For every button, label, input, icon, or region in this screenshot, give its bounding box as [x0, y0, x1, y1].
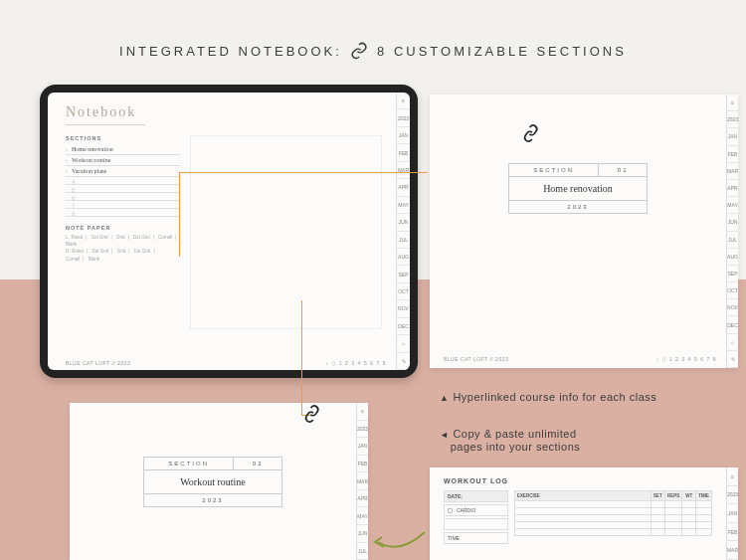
- tab[interactable]: ≡: [397, 93, 410, 109]
- tab[interactable]: SEP: [397, 266, 410, 282]
- user-icon[interactable]: ♀: [655, 356, 659, 362]
- pager-num[interactable]: 4: [688, 356, 691, 362]
- section-year: 2023: [144, 494, 281, 506]
- tab[interactable]: MAY: [357, 507, 368, 525]
- tab[interactable]: NOV: [727, 299, 738, 316]
- pager-num[interactable]: 4: [358, 360, 361, 366]
- table-row[interactable]: [515, 508, 712, 515]
- tab[interactable]: ✎: [727, 351, 738, 368]
- bookmark-icon[interactable]: ▯: [662, 356, 666, 362]
- tab[interactable]: JAN: [727, 504, 738, 523]
- tab[interactable]: JAN: [357, 438, 368, 456]
- section-empty[interactable]: 8: [66, 209, 180, 217]
- notebook-heading: Notebook: [66, 104, 382, 120]
- tab[interactable]: SEP: [727, 266, 738, 282]
- section-item[interactable]: Vacation plans: [66, 166, 180, 177]
- tab[interactable]: ⌂: [397, 335, 410, 352]
- table-row[interactable]: [515, 515, 712, 522]
- link-icon: [520, 123, 542, 148]
- pager-num[interactable]: 7: [376, 360, 379, 366]
- tab[interactable]: MAR: [357, 472, 368, 490]
- section-pager: ♀ ▯ 1 2 3 4 5 6 7 8: [655, 356, 716, 362]
- tab[interactable]: ⌂: [727, 334, 738, 351]
- workout-title: WORKOUT LOG: [444, 477, 712, 484]
- section-empty[interactable]: 6: [66, 193, 180, 201]
- section-empty[interactable]: 5: [66, 185, 180, 193]
- pager-num[interactable]: 1: [669, 356, 672, 362]
- tab[interactable]: ≡: [727, 467, 738, 486]
- tab[interactable]: JUN: [727, 214, 738, 231]
- tab[interactable]: 2023: [357, 421, 368, 439]
- tab[interactable]: JUL: [397, 232, 410, 249]
- pager-num[interactable]: 3: [681, 356, 684, 362]
- dot-grid-area[interactable]: [190, 135, 382, 329]
- section-page-1: SECTION 01 Home renovation 2023 BLUE CAT…: [430, 94, 738, 368]
- month-tabs: ≡ 2023 JAN FEB MAR APR MAY JUN JUL: [356, 403, 368, 560]
- col-exercise: EXERCISE: [515, 491, 652, 501]
- cardio-field[interactable]: CARDIO: [444, 504, 508, 516]
- tab[interactable]: JUL: [357, 543, 368, 561]
- table-row[interactable]: [515, 501, 712, 508]
- tab[interactable]: JUN: [397, 214, 410, 231]
- pager-num[interactable]: 6: [370, 360, 373, 366]
- tab[interactable]: APR: [727, 180, 738, 197]
- tab[interactable]: MAR: [727, 541, 738, 560]
- tab[interactable]: MAR: [397, 162, 410, 179]
- tab[interactable]: DEC: [727, 316, 738, 333]
- tab[interactable]: MAY: [727, 197, 738, 214]
- tab[interactable]: FEB: [727, 523, 738, 542]
- tab[interactable]: 2023: [727, 111, 738, 128]
- connector-line: [301, 300, 302, 415]
- table-row[interactable]: [515, 522, 712, 529]
- pager-num[interactable]: 8: [713, 356, 716, 362]
- tab[interactable]: MAY: [397, 197, 410, 214]
- tab[interactable]: DEC: [397, 318, 410, 335]
- tab[interactable]: JAN: [727, 128, 738, 145]
- time-field[interactable]: TIME: [444, 532, 508, 544]
- tab[interactable]: JUL: [727, 232, 738, 249]
- curved-arrow-icon: [370, 527, 430, 560]
- cardio-blank[interactable]: [444, 518, 508, 530]
- bookmark-icon[interactable]: ▯: [332, 360, 336, 366]
- tab[interactable]: FEB: [397, 144, 410, 161]
- pager-num[interactable]: 8: [383, 360, 386, 366]
- section-title-box: SECTION 02 Workout routine 2023: [143, 457, 282, 507]
- tab[interactable]: 2023: [727, 486, 738, 505]
- tab[interactable]: JUN: [357, 525, 368, 543]
- pager-num[interactable]: 3: [351, 360, 354, 366]
- section-number: 02: [234, 458, 281, 469]
- section-label: SECTION: [509, 164, 599, 176]
- user-icon[interactable]: ♀: [325, 360, 329, 366]
- section-item[interactable]: Home renovation: [66, 144, 180, 155]
- tab[interactable]: ≡: [357, 403, 368, 421]
- tab[interactable]: FEB: [357, 456, 368, 473]
- tab[interactable]: FEB: [727, 146, 738, 163]
- pager-num[interactable]: 5: [694, 356, 697, 362]
- tab[interactable]: MAR: [727, 163, 738, 180]
- pager-num[interactable]: 5: [364, 360, 367, 366]
- tab[interactable]: OCT: [727, 282, 738, 299]
- section-empty[interactable]: 7: [66, 201, 180, 209]
- month-tabs: ≡ 2023 JAN FEB MAR APR MAY JUN JUL AUG S…: [726, 94, 738, 368]
- tab[interactable]: JAN: [397, 127, 410, 144]
- tab[interactable]: OCT: [397, 283, 410, 300]
- tab[interactable]: 2023: [397, 109, 410, 126]
- tab[interactable]: ≡: [727, 94, 738, 111]
- pager-num[interactable]: 6: [700, 356, 703, 362]
- tab[interactable]: ✎: [397, 353, 410, 370]
- col-reps: REPS: [664, 491, 681, 501]
- tab[interactable]: NOV: [397, 300, 410, 317]
- date-field[interactable]: DATE:: [444, 490, 508, 502]
- section-item[interactable]: Workout routine: [66, 155, 180, 166]
- pager-num[interactable]: 1: [339, 360, 342, 366]
- tab[interactable]: AUG: [397, 249, 410, 266]
- pager-num[interactable]: 7: [706, 356, 709, 362]
- tab[interactable]: APR: [357, 490, 368, 508]
- tab[interactable]: AUG: [727, 249, 738, 266]
- tab[interactable]: APR: [397, 179, 410, 196]
- pager-num[interactable]: 2: [345, 360, 348, 366]
- table-row[interactable]: [515, 529, 712, 536]
- section-empty[interactable]: 4: [66, 177, 180, 185]
- month-tabs: ≡ 2023 JAN FEB MAR: [726, 467, 738, 560]
- pager-num[interactable]: 2: [675, 356, 678, 362]
